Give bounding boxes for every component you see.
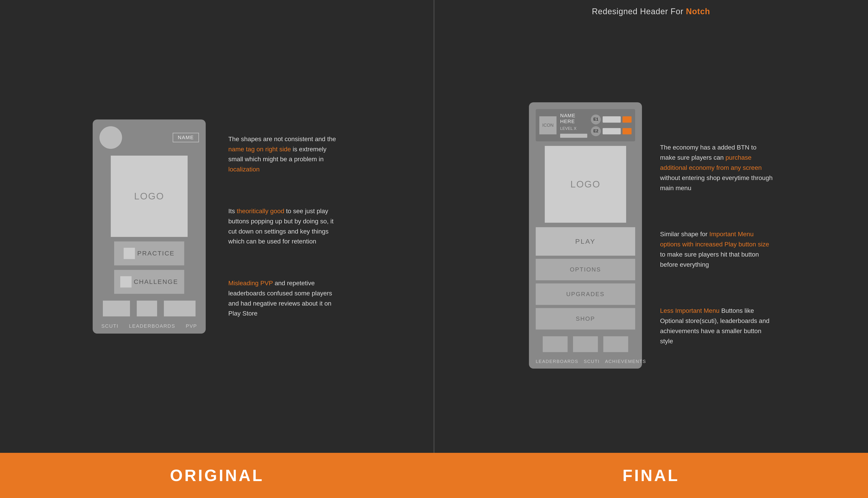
e1-badge: E1 bbox=[591, 115, 601, 124]
orig-bottom-nav bbox=[103, 301, 195, 316]
orig-logo-text: LOGO bbox=[134, 191, 164, 202]
final-nav-leaderboards: LEADERBOARDS bbox=[536, 359, 578, 364]
economy-row-2: E2 bbox=[591, 126, 631, 136]
final-options-btn[interactable]: OPTIONS bbox=[536, 259, 635, 280]
annotations-right: The economy has a added BTN to make sure… bbox=[660, 143, 773, 346]
footer-original-label: ORIGINAL bbox=[170, 466, 264, 485]
e1-value bbox=[603, 116, 621, 123]
final-phone-mockup: ICON NAME HERE LEVEL X E1 bbox=[529, 102, 642, 369]
orig-nav-leaderboards: LEADERBOARDS bbox=[129, 323, 175, 329]
orig-header: NAME bbox=[100, 126, 199, 149]
final-upgrades-btn[interactable]: UPGRADES bbox=[536, 284, 635, 305]
orig-ann1-highlight1: name tag on right side bbox=[228, 146, 291, 153]
final-shop-btn[interactable]: SHOP bbox=[536, 308, 635, 329]
orig-practice-btn[interactable]: PRACTICE bbox=[114, 241, 184, 265]
final-scuti-btn[interactable] bbox=[573, 336, 598, 352]
final-options-label: OPTIONS bbox=[570, 266, 601, 273]
orig-practice-label: PRACTICE bbox=[137, 250, 175, 257]
orig-nav-pvp: PVP bbox=[186, 323, 197, 329]
orig-ann2-highlight: theoritically good bbox=[237, 208, 284, 214]
orig-annotation-2: Its theoritically good to see just play … bbox=[228, 206, 341, 247]
final-menu-buttons: PLAY OPTIONS UPGRADES SHOP bbox=[536, 227, 635, 329]
final-upgrades-label: UPGRADES bbox=[566, 291, 605, 298]
final-nav-labels: LEADERBOARDS SCUTI ACHIEVEMENTS bbox=[536, 359, 635, 364]
final-nav-achievements: ACHIEVEMENTS bbox=[605, 359, 646, 364]
orig-scuti-btn[interactable] bbox=[103, 301, 130, 316]
right-panel: ICON NAME HERE LEVEL X E1 bbox=[434, 18, 868, 453]
orig-leaderboards-btn[interactable] bbox=[137, 301, 157, 316]
orig-annotation-1: The shapes are not consistent and the na… bbox=[228, 134, 341, 174]
orig-challenge-label: CHALLENGE bbox=[134, 278, 178, 286]
final-name-row: NAME HERE bbox=[560, 113, 587, 124]
final-leaderboards-btn[interactable] bbox=[543, 336, 567, 352]
final-ann2-text2: to make sure players hit that button bef… bbox=[660, 251, 759, 268]
footer-left: ORIGINAL bbox=[0, 466, 434, 485]
orig-btn-icon2 bbox=[120, 276, 131, 288]
final-annotation-3: Less Important Menu Buttons like Optiona… bbox=[660, 306, 773, 346]
orig-btn-icon bbox=[124, 248, 135, 259]
orig-ann2-text1: Its bbox=[228, 208, 237, 214]
left-panel: NAME LOGO PRACTICE CHALLENGE bbox=[0, 0, 434, 453]
orig-challenge-btn[interactable]: CHALLENGE bbox=[114, 270, 184, 294]
footer-final-label: FINAL bbox=[623, 466, 679, 485]
orig-name-tag: NAME bbox=[173, 133, 199, 142]
final-name: NAME HERE bbox=[560, 113, 587, 124]
final-shop-label: SHOP bbox=[576, 315, 595, 322]
panel-divider bbox=[434, 0, 434, 453]
e2-badge: E2 bbox=[591, 126, 601, 136]
final-ann2-text1: Similar shape for bbox=[660, 231, 709, 238]
orig-ann3-highlight: Misleading PVP bbox=[228, 279, 273, 287]
e2-buy-btn[interactable] bbox=[623, 128, 631, 134]
final-nav-scuti: SCUTI bbox=[584, 359, 600, 364]
final-play-label: PLAY bbox=[575, 238, 596, 245]
page-title-text: Redesigned Header For bbox=[592, 7, 686, 16]
final-bottom-nav bbox=[543, 336, 628, 352]
final-ann1-text2: without entering shop everytime through … bbox=[660, 174, 773, 192]
final-icon-label: ICON bbox=[542, 123, 553, 128]
final-play-btn[interactable]: PLAY bbox=[536, 227, 635, 255]
final-annotation-2: Similar shape for Important Menu options… bbox=[660, 229, 773, 270]
final-logo-text: LOGO bbox=[570, 179, 600, 190]
orig-avatar bbox=[100, 126, 122, 149]
final-achievements-btn[interactable] bbox=[603, 336, 628, 352]
final-header-info: NAME HERE LEVEL X bbox=[560, 113, 587, 138]
final-level: LEVEL X bbox=[560, 126, 587, 131]
e2-value bbox=[603, 128, 621, 134]
final-annotation-1: The economy has a added BTN to make sure… bbox=[660, 143, 773, 193]
final-logo-box: LOGO bbox=[545, 146, 626, 223]
orig-annotation-3: Misleading PVP and repetetive leaderboar… bbox=[228, 278, 341, 319]
orig-logo-box: LOGO bbox=[111, 156, 188, 237]
final-header: ICON NAME HERE LEVEL X E1 bbox=[536, 109, 635, 141]
final-level-bar bbox=[560, 134, 587, 138]
annotations-left: The shapes are not consistent and the na… bbox=[228, 134, 341, 319]
orig-pvp-btn[interactable] bbox=[164, 301, 195, 316]
footer: ORIGINAL FINAL bbox=[0, 453, 868, 498]
footer-right: FINAL bbox=[434, 466, 868, 485]
original-phone-mockup: NAME LOGO PRACTICE CHALLENGE bbox=[93, 119, 206, 333]
final-economy: E1 E2 bbox=[591, 115, 631, 136]
page-title-section: Redesigned Header For Notch bbox=[477, 7, 825, 16]
orig-ann1-highlight2: localization bbox=[228, 166, 260, 173]
final-icon-box: ICON bbox=[539, 116, 557, 134]
page-title: Redesigned Header For Notch bbox=[592, 7, 710, 16]
orig-nav-scuti: SCUTI bbox=[101, 323, 118, 329]
orig-ann1-text1: The shapes are not consistent and the bbox=[228, 135, 336, 143]
page-title-highlight: Notch bbox=[686, 7, 710, 16]
final-ann3-highlight: Less Important Menu bbox=[660, 307, 719, 314]
e1-buy-btn[interactable] bbox=[623, 116, 631, 123]
orig-nav-labels: SCUTI LEADERBOARDS PVP bbox=[100, 323, 199, 329]
economy-row-1: E1 bbox=[591, 115, 631, 124]
